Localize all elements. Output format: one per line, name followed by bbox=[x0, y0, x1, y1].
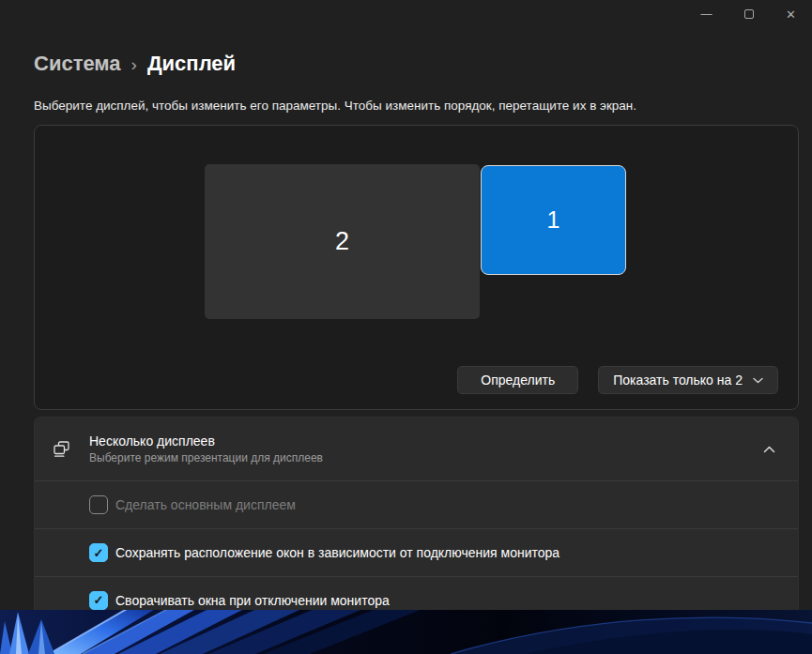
monitor-2[interactable]: 2 bbox=[205, 164, 480, 319]
minimize-icon: — bbox=[701, 8, 712, 20]
multiple-displays-title: Несколько дисплеев bbox=[89, 433, 323, 449]
multiple-displays-icon bbox=[52, 439, 71, 459]
make-primary-label: Сделать основным дисплеем bbox=[115, 497, 296, 512]
breadcrumb-system-link[interactable]: Система bbox=[34, 50, 121, 78]
remember-window-locations-checkbox[interactable]: ✓ bbox=[89, 543, 108, 562]
breadcrumb: Система › Дисплей bbox=[34, 0, 799, 78]
display-arrangement-panel: 2 1 Определить Показать только на 2 bbox=[34, 125, 799, 410]
minimize-windows-label: Сворачивать окна при отключении монитора bbox=[115, 593, 390, 608]
settings-window: — ✕ Система › Дисплей Выберите дисплей, … bbox=[0, 0, 812, 610]
multiple-displays-subtitle: Выберите режим презентации для дисплеев bbox=[89, 451, 323, 464]
panel-buttons: Определить Показать только на 2 bbox=[457, 366, 778, 394]
option-row-remember-window-locations: ✓ Сохранять расположение окон в зависимо… bbox=[35, 528, 798, 576]
minimize-button[interactable]: — bbox=[685, 0, 728, 28]
option-row-minimize-windows: ✓ Сворачивать окна при отключении монито… bbox=[35, 576, 798, 610]
maximize-button[interactable] bbox=[728, 0, 770, 28]
make-primary-checkbox[interactable] bbox=[89, 495, 108, 514]
multiple-displays-card: Несколько дисплеев Выберите режим презен… bbox=[34, 417, 799, 610]
chevron-right-icon: › bbox=[131, 49, 137, 79]
show-only-dropdown-label: Показать только на 2 bbox=[613, 373, 743, 388]
titlebar: — ✕ bbox=[685, 0, 812, 28]
multiple-displays-header[interactable]: Несколько дисплеев Выберите режим презен… bbox=[35, 418, 798, 480]
chevron-up-icon bbox=[763, 446, 775, 453]
maximize-icon bbox=[744, 9, 754, 19]
chevron-down-icon bbox=[753, 377, 763, 384]
checkmark-icon: ✓ bbox=[94, 547, 104, 559]
desktop-wallpaper bbox=[0, 610, 812, 654]
remember-window-locations-label: Сохранять расположение окон в зависимост… bbox=[115, 545, 559, 560]
monitor-1-label: 1 bbox=[547, 206, 560, 234]
close-button[interactable]: ✕ bbox=[770, 0, 812, 28]
multiple-displays-header-text: Несколько дисплеев Выберите режим презен… bbox=[89, 433, 323, 464]
show-only-dropdown[interactable]: Показать только на 2 bbox=[598, 366, 778, 394]
page-title: Дисплей bbox=[147, 50, 236, 78]
page-description: Выберите дисплей, чтобы изменить его пар… bbox=[34, 99, 799, 114]
close-icon: ✕ bbox=[786, 8, 796, 22]
monitor-1[interactable]: 1 bbox=[481, 165, 626, 275]
identify-button[interactable]: Определить bbox=[457, 366, 578, 394]
checkmark-icon: ✓ bbox=[94, 594, 104, 606]
minimize-windows-checkbox[interactable]: ✓ bbox=[89, 591, 108, 610]
option-row-make-primary: Сделать основным дисплеем bbox=[35, 480, 798, 528]
settings-content: Система › Дисплей Выберите дисплей, чтоб… bbox=[34, 0, 799, 610]
monitor-2-label: 2 bbox=[335, 227, 349, 256]
